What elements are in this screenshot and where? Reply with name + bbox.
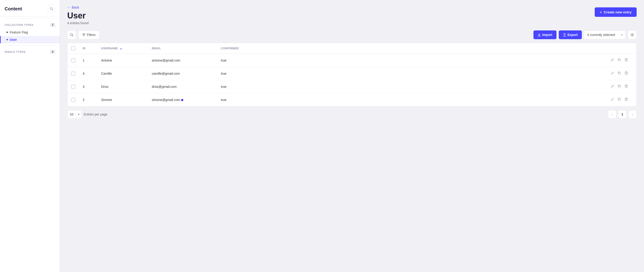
row-id: 2 xyxy=(79,93,98,106)
svg-rect-13 xyxy=(625,59,628,61)
export-icon xyxy=(563,33,566,37)
row-email: simone@gmail.com xyxy=(148,93,217,106)
import-label: Import xyxy=(542,33,552,37)
page-navigation: ‹ 1 › xyxy=(608,110,637,118)
copy-icon[interactable] xyxy=(618,58,621,63)
edit-icon[interactable] xyxy=(610,58,614,63)
sidebar-header: Content xyxy=(0,0,60,16)
row-username: Driss xyxy=(98,80,148,93)
sidebar-divider xyxy=(4,18,55,19)
per-page-control: 10 ▾ Entries per page xyxy=(67,110,107,118)
per-page-dropdown-arrow[interactable]: ▾ xyxy=(76,110,81,118)
toolbar-right: Import Export 4 currently selected ▾ xyxy=(534,31,637,39)
chevron-down-icon: ▾ xyxy=(621,33,622,37)
filters-button[interactable]: Filters xyxy=(78,31,100,39)
row-actions xyxy=(414,58,633,63)
toolbar: Filters Import xyxy=(67,31,637,39)
filters-label: Filters xyxy=(87,33,96,37)
delete-icon[interactable] xyxy=(624,98,628,102)
row-checkbox[interactable] xyxy=(71,72,75,76)
row-actions xyxy=(414,71,633,76)
content-area: Filters Import xyxy=(60,25,644,272)
delete-icon[interactable] xyxy=(624,58,628,63)
row-id: 3 xyxy=(79,80,98,93)
row-actions xyxy=(414,98,633,102)
row-email: camille@gmail.com xyxy=(148,67,217,80)
svg-rect-17 xyxy=(625,72,628,75)
create-new-entry-button[interactable]: + Create new entry xyxy=(595,7,637,17)
select-all-header xyxy=(68,43,79,54)
table-row: 1 Antoine antoine@gmail.com true xyxy=(68,54,636,67)
row-id: 4 xyxy=(79,67,98,80)
back-arrow-icon: ← xyxy=(67,6,70,9)
sidebar-title: Content xyxy=(4,6,22,12)
sidebar-item-user[interactable]: User xyxy=(0,36,60,43)
current-page-number: 1 xyxy=(618,110,626,118)
col-confirmed-label: CONFIRMED xyxy=(221,47,239,50)
row-username: Antoine xyxy=(98,54,148,67)
delete-icon[interactable] xyxy=(624,71,628,76)
search-icon xyxy=(70,33,74,37)
row-checkbox[interactable] xyxy=(71,58,75,63)
sidebar-item-label: User xyxy=(10,38,17,42)
sidebar-search-button[interactable] xyxy=(48,5,55,13)
plus-icon: + xyxy=(600,10,602,14)
back-link[interactable]: ← Back xyxy=(67,6,89,9)
back-label: Back xyxy=(72,6,79,9)
top-bar: ← Back User 4 entries found + Create new… xyxy=(60,0,644,25)
table-row: 2 Simone simone@gmail.com true xyxy=(68,93,636,106)
table-search-button[interactable] xyxy=(67,31,76,39)
prev-page-button[interactable]: ‹ xyxy=(608,110,616,118)
per-page-value: 10 xyxy=(68,110,76,118)
import-button[interactable]: Import xyxy=(534,31,556,39)
copy-icon[interactable] xyxy=(618,71,621,76)
delete-icon[interactable] xyxy=(624,84,628,89)
sidebar-item-label: Feature Flag xyxy=(10,31,28,34)
single-types-badge: 0 xyxy=(50,50,55,54)
main-content: ← Back User 4 entries found + Create new… xyxy=(60,0,644,272)
create-btn-label: Create new entry xyxy=(604,10,632,14)
filter-icon xyxy=(82,33,86,37)
bullet-icon xyxy=(6,39,8,40)
svg-line-1 xyxy=(52,10,53,10)
bullet-icon xyxy=(6,32,8,33)
edit-icon[interactable] xyxy=(610,84,614,89)
settings-button[interactable] xyxy=(628,31,637,39)
selected-label: 4 currently selected xyxy=(587,33,615,37)
row-username: Simone xyxy=(98,93,148,106)
row-email: antoine@gmail.com xyxy=(148,54,217,67)
gear-icon xyxy=(630,33,634,37)
next-page-button[interactable]: › xyxy=(628,110,637,118)
selected-dropdown[interactable]: 4 currently selected ▾ xyxy=(584,31,626,39)
copy-icon[interactable] xyxy=(618,84,621,89)
table-row: 4 Camille camille@gmail.com true xyxy=(68,67,636,80)
collection-types-label: COLLECTION TYPES xyxy=(4,24,34,26)
edit-icon[interactable] xyxy=(610,98,614,102)
col-header-username[interactable]: USERNAME ▲ xyxy=(98,43,148,54)
sidebar: Content COLLECTION TYPES 2 Feature Flag … xyxy=(0,0,60,272)
col-email-label: EMAIL xyxy=(152,47,161,50)
per-page-select[interactable]: 10 ▾ xyxy=(67,110,82,118)
table-row: 3 Driss driss@gmail.com true xyxy=(68,80,636,93)
single-types-label: SINGLE TYPES xyxy=(4,51,26,53)
sidebar-item-feature-flag[interactable]: Feature Flag xyxy=(0,29,60,36)
svg-point-11 xyxy=(632,34,633,35)
col-id-label: ID xyxy=(83,47,86,50)
row-checkbox-cell xyxy=(68,80,79,93)
svg-rect-21 xyxy=(625,85,628,88)
svg-line-3 xyxy=(72,36,73,37)
sort-asc-icon: ▲ xyxy=(120,47,122,50)
edit-icon[interactable] xyxy=(610,71,614,76)
copy-icon[interactable] xyxy=(618,98,621,102)
per-page-label: Entries per page xyxy=(84,113,108,116)
row-checkbox[interactable] xyxy=(71,98,75,102)
svg-rect-12 xyxy=(619,59,620,61)
header-left: ← Back User 4 entries found xyxy=(67,6,89,25)
svg-rect-16 xyxy=(619,72,620,74)
export-button[interactable]: Export xyxy=(559,31,582,39)
select-all-checkbox[interactable] xyxy=(71,46,75,51)
row-checkbox[interactable] xyxy=(71,85,75,89)
entries-found: 4 entries found xyxy=(67,21,89,25)
row-confirmed: true xyxy=(217,67,411,80)
row-checkbox-cell xyxy=(68,54,79,67)
